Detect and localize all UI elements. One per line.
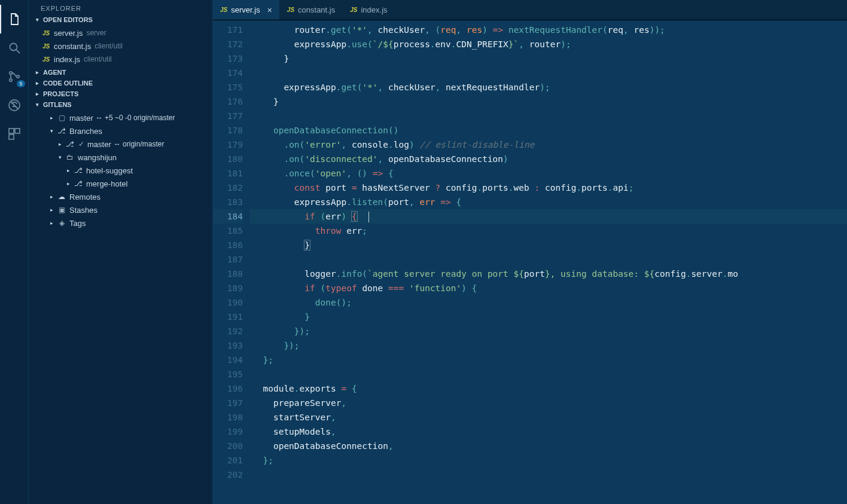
scm-badge: 5: [17, 80, 25, 87]
folder-icon: 🗀: [65, 153, 75, 161]
gitlens-branch[interactable]: ▸ ⎇ hotel-suggest: [29, 164, 212, 177]
gitlens-remotes[interactable]: ▸ ☁ Remotes: [29, 190, 212, 203]
section-label: PROJECTS: [43, 90, 78, 97]
file-path-hint: client/util: [84, 55, 112, 63]
section-label: GITLENS: [43, 101, 72, 108]
branches-label: Branches: [69, 127, 102, 136]
branch-icon: ⎇: [73, 179, 84, 188]
chevron-right-icon: ▸: [33, 69, 41, 75]
chevron-down-icon: ▾: [48, 128, 55, 134]
code-area[interactable]: router.get('*', checkUser, (req, res) =>…: [250, 20, 847, 504]
js-icon: JS: [220, 7, 227, 13]
open-editor-item[interactable]: JS constant.js client/util: [29, 39, 212, 53]
section-agent[interactable]: ▸ AGENT: [29, 67, 212, 78]
file-name: index.js: [54, 55, 80, 64]
chevron-right-icon: ▸: [48, 207, 55, 213]
js-icon: JS: [41, 30, 51, 36]
gitlens-branch[interactable]: ▸ ⎇ merge-hotel: [29, 177, 212, 190]
activity-search[interactable]: [0, 33, 29, 62]
branch-icon: ⎇: [73, 166, 84, 175]
activity-explorer[interactable]: [0, 5, 29, 33]
gitlens-folder[interactable]: ▾ 🗀 wangshijun: [29, 151, 212, 164]
tab-label: constant.js: [298, 5, 335, 14]
activity-extensions[interactable]: [0, 120, 29, 148]
files-icon: [7, 12, 22, 26]
svg-point-2: [9, 72, 11, 74]
chevron-right-icon: ▸: [65, 167, 72, 173]
svg-point-3: [9, 79, 11, 81]
section-open-editors[interactable]: ▾ OPEN EDITORS: [29, 14, 212, 25]
repo-name: master: [69, 114, 93, 123]
branch-name: hotel-suggest: [86, 166, 133, 175]
tab-server-js[interactable]: JS server.js ×: [213, 0, 280, 20]
remotes-label: Remotes: [69, 193, 100, 201]
check-icon: ✓: [78, 140, 85, 148]
js-icon: JS: [41, 43, 51, 50]
branch-name: master: [87, 140, 111, 149]
file-path-hint: client/util: [95, 42, 123, 50]
section-projects[interactable]: ▸ PROJECTS: [29, 88, 212, 99]
stashes-label: Stashes: [69, 206, 98, 215]
gitlens-tags[interactable]: ▸ ◈ Tags: [29, 216, 212, 230]
branch-name: merge-hotel: [86, 179, 127, 188]
repo-icon: ▢: [56, 114, 67, 122]
tag-icon: ◈: [56, 219, 67, 227]
chevron-right-icon: ▸: [33, 91, 41, 97]
gitlens-tree: ▸ ▢ master ↔ +5 ~0 -0 origin/master ▾ ⎇ …: [29, 110, 212, 231]
chevron-down-icon: ▾: [33, 17, 41, 23]
editor[interactable]: 1711721731741751761771781791801811821831…: [213, 20, 847, 504]
tab-constant-js[interactable]: JS constant.js: [280, 0, 343, 20]
chevron-right-icon: ▸: [33, 80, 41, 86]
tab-bar: JS server.js × JS constant.js JS index.j…: [213, 0, 847, 20]
tab-index-js[interactable]: JS index.js: [343, 0, 395, 20]
sidebar-title: EXPLORER: [29, 0, 212, 14]
open-editor-item[interactable]: JS index.js client/util: [29, 53, 212, 66]
section-label: AGENT: [43, 69, 66, 76]
js-icon: JS: [287, 7, 294, 13]
chevron-down-icon: ▾: [33, 102, 41, 108]
chevron-right-icon: ▸: [48, 115, 55, 121]
activity-debug[interactable]: [0, 91, 29, 120]
open-editors-tree: JS server.js server JS constant.js clien…: [29, 25, 212, 67]
open-editor-item[interactable]: JS server.js server: [29, 26, 212, 39]
branch-icon: ⎇: [65, 140, 75, 148]
gitlens-branch-current[interactable]: ▸ ⎇ ✓ master ↔ origin/master: [29, 138, 212, 151]
svg-rect-8: [9, 135, 14, 139]
js-icon: JS: [350, 7, 357, 13]
gitlens-branches[interactable]: ▾ ⎇ Branches: [29, 124, 212, 138]
activity-bar: 5: [0, 0, 29, 504]
tab-label: server.js: [231, 5, 260, 14]
svg-point-0: [10, 44, 17, 51]
editor-group: JS server.js × JS constant.js JS index.j…: [213, 0, 847, 504]
chevron-right-icon: ▸: [48, 220, 55, 226]
section-gitlens[interactable]: ▾ GITLENS: [29, 99, 212, 110]
close-icon[interactable]: ×: [267, 5, 272, 15]
tab-label: index.js: [361, 5, 387, 14]
file-name: server.js: [54, 29, 83, 38]
no-bug-icon: [7, 98, 22, 112]
js-icon: JS: [41, 56, 51, 63]
chevron-right-icon: ▸: [48, 194, 55, 200]
cloud-icon: ☁: [56, 193, 67, 201]
search-icon: [7, 41, 22, 55]
branch-upstream: ↔ origin/master: [114, 140, 164, 148]
stash-icon: ▣: [56, 206, 67, 214]
svg-point-4: [16, 75, 19, 78]
svg-rect-7: [15, 129, 20, 133]
section-label: OPEN EDITORS: [43, 16, 93, 23]
gitlens-stashes[interactable]: ▸ ▣ Stashes: [29, 203, 212, 216]
folder-name: wangshijun: [78, 153, 117, 162]
sidebar: EXPLORER ▾ OPEN EDITORS JS server.js ser…: [29, 0, 213, 504]
chevron-right-icon: ▸: [65, 181, 72, 187]
line-number-gutter: 1711721731741751761771781791801811821831…: [213, 20, 250, 504]
chevron-right-icon: ▸: [56, 141, 63, 147]
chevron-down-icon: ▾: [56, 154, 63, 160]
activity-scm[interactable]: 5: [0, 62, 29, 91]
svg-rect-6: [9, 129, 14, 133]
repo-status: ↔ +5 ~0 -0 origin/master: [96, 114, 175, 122]
section-label: CODE OUTLINE: [43, 80, 93, 87]
section-code-outline[interactable]: ▸ CODE OUTLINE: [29, 78, 212, 88]
gitlens-repo[interactable]: ▸ ▢ master ↔ +5 ~0 -0 origin/master: [29, 111, 212, 124]
tags-label: Tags: [69, 219, 86, 228]
svg-line-1: [16, 50, 20, 53]
